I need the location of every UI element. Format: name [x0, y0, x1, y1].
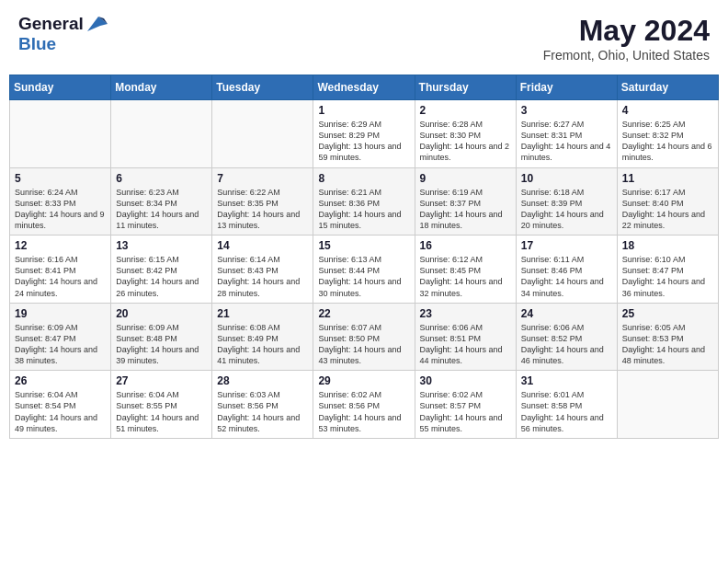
day-sunrise: Sunrise: 6:25 AMSunset: 8:32 PMDaylight:…: [622, 120, 712, 162]
day-sunrise: Sunrise: 6:02 AMSunset: 8:56 PMDaylight:…: [318, 390, 401, 432]
col-wednesday: Wednesday: [313, 75, 415, 100]
day-sunrise: Sunrise: 6:01 AMSunset: 8:58 PMDaylight:…: [521, 390, 604, 432]
day-number: 18: [622, 239, 713, 252]
day-sunrise: Sunrise: 6:27 AMSunset: 8:31 PMDaylight:…: [521, 120, 611, 162]
day-number: 31: [521, 374, 612, 387]
table-row: 31 Sunrise: 6:01 AMSunset: 8:58 PMDaylig…: [516, 371, 617, 439]
day-number: 29: [318, 374, 409, 387]
table-row: 11 Sunrise: 6:17 AMSunset: 8:40 PMDaylig…: [617, 167, 718, 236]
day-number: 25: [622, 307, 713, 320]
col-friday: Friday: [516, 75, 617, 100]
day-sunrise: Sunrise: 6:09 AMSunset: 8:48 PMDaylight:…: [116, 323, 199, 365]
table-row: 29 Sunrise: 6:02 AMSunset: 8:56 PMDaylig…: [313, 371, 415, 439]
day-number: 13: [116, 239, 207, 252]
day-number: 9: [420, 172, 511, 185]
day-sunrise: Sunrise: 6:16 AMSunset: 8:41 PMDaylight:…: [15, 255, 97, 297]
day-sunrise: Sunrise: 6:08 AMSunset: 8:49 PMDaylight:…: [217, 323, 300, 365]
table-row: 25 Sunrise: 6:05 AMSunset: 8:53 PMDaylig…: [617, 303, 718, 371]
day-number: 5: [15, 172, 106, 185]
day-number: 24: [521, 307, 612, 320]
table-row: 28 Sunrise: 6:03 AMSunset: 8:56 PMDaylig…: [212, 371, 313, 439]
table-row: 10 Sunrise: 6:18 AMSunset: 8:39 PMDaylig…: [516, 167, 617, 236]
day-sunrise: Sunrise: 6:02 AMSunset: 8:57 PMDaylight:…: [420, 390, 503, 432]
col-tuesday: Tuesday: [212, 75, 313, 100]
logo-bird-icon: [87, 17, 108, 31]
day-number: 4: [622, 104, 713, 117]
day-number: 26: [15, 374, 106, 387]
day-sunrise: Sunrise: 6:05 AMSunset: 8:53 PMDaylight:…: [622, 323, 705, 365]
day-number: 27: [116, 374, 207, 387]
table-row: [617, 371, 718, 439]
day-sunrise: Sunrise: 6:29 AMSunset: 8:29 PMDaylight:…: [318, 120, 401, 162]
day-sunrise: Sunrise: 6:07 AMSunset: 8:50 PMDaylight:…: [318, 323, 401, 365]
table-row: 6 Sunrise: 6:23 AMSunset: 8:34 PMDayligh…: [111, 167, 212, 236]
day-number: 7: [217, 172, 308, 185]
table-row: 15 Sunrise: 6:13 AMSunset: 8:44 PMDaylig…: [313, 236, 415, 304]
day-sunrise: Sunrise: 6:03 AMSunset: 8:56 PMDaylight:…: [217, 390, 300, 432]
day-sunrise: Sunrise: 6:13 AMSunset: 8:44 PMDaylight:…: [318, 255, 401, 297]
table-row: 27 Sunrise: 6:04 AMSunset: 8:55 PMDaylig…: [111, 371, 212, 439]
day-sunrise: Sunrise: 6:17 AMSunset: 8:40 PMDaylight:…: [622, 188, 705, 230]
day-sunrise: Sunrise: 6:06 AMSunset: 8:51 PMDaylight:…: [420, 323, 503, 365]
day-number: 21: [217, 307, 308, 320]
day-number: 6: [116, 172, 207, 185]
table-row: [111, 100, 212, 168]
calendar-table: Sunday Monday Tuesday Wednesday Thursday…: [9, 75, 719, 439]
day-sunrise: Sunrise: 6:18 AMSunset: 8:39 PMDaylight:…: [521, 188, 604, 230]
location: Fremont, Ohio, United States: [543, 48, 710, 63]
day-sunrise: Sunrise: 6:28 AMSunset: 8:30 PMDaylight:…: [420, 120, 510, 162]
calendar-week-row: 19 Sunrise: 6:09 AMSunset: 8:47 PMDaylig…: [10, 303, 719, 371]
day-sunrise: Sunrise: 6:21 AMSunset: 8:36 PMDaylight:…: [318, 188, 401, 230]
day-sunrise: Sunrise: 6:06 AMSunset: 8:52 PMDaylight:…: [521, 323, 604, 365]
day-sunrise: Sunrise: 6:23 AMSunset: 8:34 PMDaylight:…: [116, 188, 199, 230]
logo: General Blue: [18, 14, 108, 54]
table-row: 18 Sunrise: 6:10 AMSunset: 8:47 PMDaylig…: [617, 236, 718, 304]
day-number: 19: [15, 307, 106, 320]
day-number: 3: [521, 104, 612, 117]
col-monday: Monday: [111, 75, 212, 100]
table-row: 12 Sunrise: 6:16 AMSunset: 8:41 PMDaylig…: [10, 236, 111, 304]
calendar-header-row: Sunday Monday Tuesday Wednesday Thursday…: [10, 75, 719, 100]
page-header: General Blue May 2024 Fremont, Ohio, Uni…: [9, 9, 719, 67]
svg-marker-0: [87, 17, 108, 31]
table-row: 7 Sunrise: 6:22 AMSunset: 8:35 PMDayligh…: [212, 167, 313, 236]
table-row: 3 Sunrise: 6:27 AMSunset: 8:31 PMDayligh…: [516, 100, 617, 168]
table-row: 17 Sunrise: 6:11 AMSunset: 8:46 PMDaylig…: [516, 236, 617, 304]
table-row: 9 Sunrise: 6:19 AMSunset: 8:37 PMDayligh…: [415, 167, 516, 236]
table-row: 20 Sunrise: 6:09 AMSunset: 8:48 PMDaylig…: [111, 303, 212, 371]
table-row: 8 Sunrise: 6:21 AMSunset: 8:36 PMDayligh…: [313, 167, 415, 236]
calendar-week-row: 12 Sunrise: 6:16 AMSunset: 8:41 PMDaylig…: [10, 236, 719, 304]
day-sunrise: Sunrise: 6:12 AMSunset: 8:45 PMDaylight:…: [420, 255, 503, 297]
calendar-week-row: 1 Sunrise: 6:29 AMSunset: 8:29 PMDayligh…: [10, 100, 719, 168]
month-title: May 2024: [543, 14, 710, 48]
day-number: 10: [521, 172, 612, 185]
day-sunrise: Sunrise: 6:24 AMSunset: 8:33 PMDaylight:…: [15, 188, 105, 230]
calendar-week-row: 5 Sunrise: 6:24 AMSunset: 8:33 PMDayligh…: [10, 167, 719, 236]
title-area: May 2024 Fremont, Ohio, United States: [543, 14, 710, 63]
table-row: 26 Sunrise: 6:04 AMSunset: 8:54 PMDaylig…: [10, 371, 111, 439]
table-row: 2 Sunrise: 6:28 AMSunset: 8:30 PMDayligh…: [415, 100, 516, 168]
logo-general: General: [18, 14, 84, 34]
table-row: 4 Sunrise: 6:25 AMSunset: 8:32 PMDayligh…: [617, 100, 718, 168]
table-row: 1 Sunrise: 6:29 AMSunset: 8:29 PMDayligh…: [313, 100, 415, 168]
col-sunday: Sunday: [10, 75, 111, 100]
day-number: 15: [318, 239, 409, 252]
day-number: 14: [217, 239, 308, 252]
day-sunrise: Sunrise: 6:11 AMSunset: 8:46 PMDaylight:…: [521, 255, 604, 297]
table-row: 30 Sunrise: 6:02 AMSunset: 8:57 PMDaylig…: [415, 371, 516, 439]
day-number: 17: [521, 239, 612, 252]
table-row: 13 Sunrise: 6:15 AMSunset: 8:42 PMDaylig…: [111, 236, 212, 304]
day-number: 1: [318, 104, 409, 117]
day-number: 20: [116, 307, 207, 320]
day-number: 22: [318, 307, 409, 320]
day-sunrise: Sunrise: 6:10 AMSunset: 8:47 PMDaylight:…: [622, 255, 705, 297]
table-row: [10, 100, 111, 168]
day-number: 16: [420, 239, 511, 252]
table-row: 22 Sunrise: 6:07 AMSunset: 8:50 PMDaylig…: [313, 303, 415, 371]
table-row: 14 Sunrise: 6:14 AMSunset: 8:43 PMDaylig…: [212, 236, 313, 304]
logo-blue: Blue: [18, 34, 56, 53]
calendar-week-row: 26 Sunrise: 6:04 AMSunset: 8:54 PMDaylig…: [10, 371, 719, 439]
table-row: 21 Sunrise: 6:08 AMSunset: 8:49 PMDaylig…: [212, 303, 313, 371]
day-sunrise: Sunrise: 6:22 AMSunset: 8:35 PMDaylight:…: [217, 188, 300, 230]
day-number: 8: [318, 172, 409, 185]
